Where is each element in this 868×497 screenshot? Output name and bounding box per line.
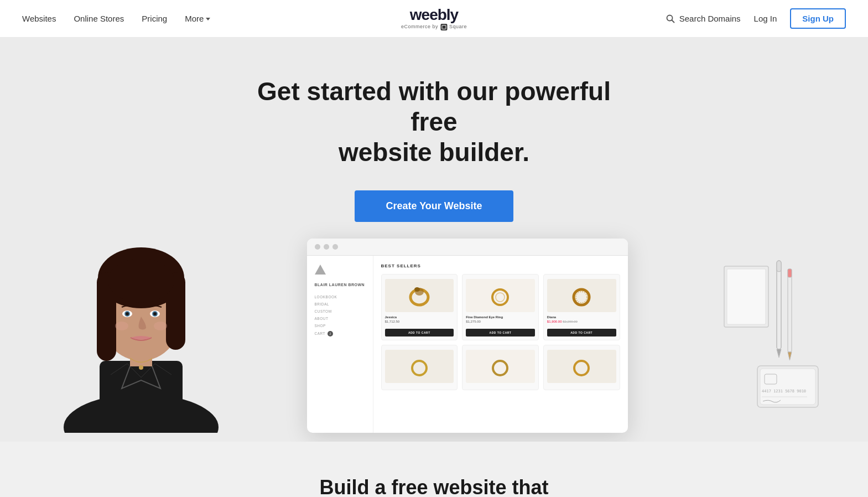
site-triangle-logo	[315, 265, 326, 275]
create-website-button[interactable]: Create Your Website	[355, 190, 513, 222]
svg-marker-35	[788, 352, 792, 360]
browser-mockup: BLAIR LAUREN BROWN LOOKBOOK BRIDAL CUSTO…	[307, 239, 628, 433]
svg-rect-3	[100, 361, 183, 433]
login-button[interactable]: Log In	[754, 14, 777, 23]
product-price-jessica: $1,712.50	[385, 320, 454, 323]
ring-illustration-1	[406, 282, 433, 309]
svg-marker-33	[777, 349, 781, 358]
product-name-diana: Diana	[547, 315, 616, 319]
product-card-row2-2	[462, 345, 539, 390]
product-image-diamond	[466, 279, 535, 312]
bottom-headline: Build a free website that grows with you…	[22, 475, 846, 497]
svg-rect-34	[788, 269, 792, 352]
svg-point-27	[493, 361, 507, 375]
best-sellers-heading: BEST SELLERS	[381, 263, 620, 268]
product-card-diamond: Fine Diamond Eye Ring $1,275.00 ADD TO C…	[462, 274, 539, 340]
decorative-sketch: 4417 1231 5678 9010	[691, 255, 824, 442]
product-price-diana: $1,900.00 $2,299.00	[547, 320, 616, 323]
sidebar-nav-custom[interactable]: CUSTOM	[315, 309, 365, 313]
product-image-row2-3	[547, 350, 616, 383]
browser-main-content: BEST SELLERS Jessica	[373, 256, 628, 433]
person-photo	[55, 217, 227, 433]
sketch-illustration: 4417 1231 5678 9010	[691, 255, 824, 442]
ring-illustration-2	[486, 282, 514, 309]
svg-point-9	[108, 258, 174, 303]
sidebar-nav-cart[interactable]: CART 2	[315, 331, 365, 336]
signup-button[interactable]: Sign Up	[790, 8, 846, 29]
svg-rect-32	[777, 261, 781, 272]
product-name-diamond: Fine Diamond Eye Ring	[466, 315, 535, 319]
ring-illustration-3	[568, 282, 595, 309]
svg-rect-30	[727, 269, 766, 324]
chevron-down-icon	[206, 18, 210, 20]
svg-point-17	[154, 322, 167, 330]
svg-point-23	[496, 293, 505, 302]
product-card-jessica: Jessica $1,712.50 ADD TO CART	[381, 274, 458, 340]
search-icon	[666, 14, 675, 23]
product-image-jessica	[385, 279, 454, 312]
svg-point-18	[139, 365, 143, 370]
sidebar-nav-about[interactable]: ABOUT	[315, 317, 365, 320]
product-price-diamond: $1,275.00	[466, 320, 535, 323]
product-sale-price-diana: $1,900.00	[547, 320, 562, 323]
browser-sidebar: BLAIR LAUREN BROWN LOOKBOOK BRIDAL CUSTO…	[307, 256, 373, 433]
browser-titlebar	[307, 239, 628, 256]
person-illustration	[55, 217, 227, 433]
product-card-row2-1	[381, 345, 458, 390]
svg-point-21	[414, 287, 420, 292]
browser-content: BLAIR LAUREN BROWN LOOKBOOK BRIDAL CUSTO…	[307, 256, 628, 433]
browser-dot-red	[315, 244, 320, 250]
bottom-section: Build a free website that grows with you…	[0, 442, 868, 497]
svg-point-12	[126, 312, 129, 315]
search-domains-label: Search Domains	[679, 14, 741, 23]
sidebar-nav-shop[interactable]: SHOP	[315, 324, 365, 328]
product-original-price-diana: $2,299.00	[563, 320, 578, 323]
nav-online-stores[interactable]: Online Stores	[74, 14, 124, 23]
product-image-row2-2	[466, 350, 535, 383]
svg-point-25	[576, 292, 587, 303]
nav-pricing[interactable]: Pricing	[142, 14, 167, 23]
hero-headline: Get started with our powerful free websi…	[246, 76, 622, 168]
add-to-cart-diana[interactable]: ADD TO CART	[547, 329, 616, 336]
products-grid: Jessica $1,712.50 ADD TO CART	[381, 274, 620, 340]
svg-rect-31	[777, 261, 781, 349]
product-name-jessica: Jessica	[385, 315, 454, 319]
svg-point-28	[574, 361, 589, 375]
product-card-diana: Diana $1,900.00 $2,299.00 ADD TO CART	[543, 274, 620, 340]
svg-point-16	[115, 322, 128, 330]
add-to-cart-diamond[interactable]: ADD TO CART	[466, 329, 535, 336]
products-grid-row2	[381, 345, 620, 390]
svg-line-1	[672, 20, 674, 22]
logo-tagline: eCommerce by Square	[401, 24, 467, 30]
nav-right: Search Domains Log In Sign Up	[666, 8, 846, 29]
navbar: Websites Online Stores Pricing More weeb…	[0, 0, 868, 38]
add-to-cart-jessica[interactable]: ADD TO CART	[385, 329, 454, 336]
product-image-diana	[547, 279, 616, 312]
cart-badge: 2	[328, 331, 333, 336]
svg-text:4417 1231 5678 9010: 4417 1231 5678 9010	[762, 389, 806, 394]
hero-section: Get started with our powerful free websi…	[0, 38, 868, 442]
sidebar-nav-bridal[interactable]: BRIDAL	[315, 302, 365, 306]
svg-rect-36	[788, 269, 792, 277]
search-domains-button[interactable]: Search Domains	[666, 14, 741, 23]
sidebar-nav-lookbook[interactable]: LOOKBOOK	[315, 295, 365, 299]
svg-point-26	[412, 361, 427, 375]
site-logo[interactable]: weebly eCommerce by Square	[401, 7, 467, 30]
svg-point-15	[153, 312, 157, 315]
product-card-row2-3	[543, 345, 620, 390]
square-logo-icon	[440, 24, 447, 30]
nav-more[interactable]: More	[185, 14, 210, 23]
browser-dot-yellow	[324, 244, 329, 250]
logo-wordmark: weebly	[401, 7, 467, 23]
nav-left: Websites Online Stores Pricing More	[22, 14, 210, 23]
product-image-row2-1	[385, 350, 454, 383]
nav-websites[interactable]: Websites	[22, 14, 56, 23]
site-brand-name: BLAIR LAUREN BROWN	[315, 282, 365, 287]
hero-visuals: BLAIR LAUREN BROWN LOOKBOOK BRIDAL CUSTO…	[0, 239, 868, 433]
browser-dot-green	[332, 244, 338, 250]
svg-point-22	[492, 289, 508, 305]
hero-text-block: Get started with our powerful free websi…	[246, 38, 622, 222]
site-logo-area	[315, 265, 365, 275]
